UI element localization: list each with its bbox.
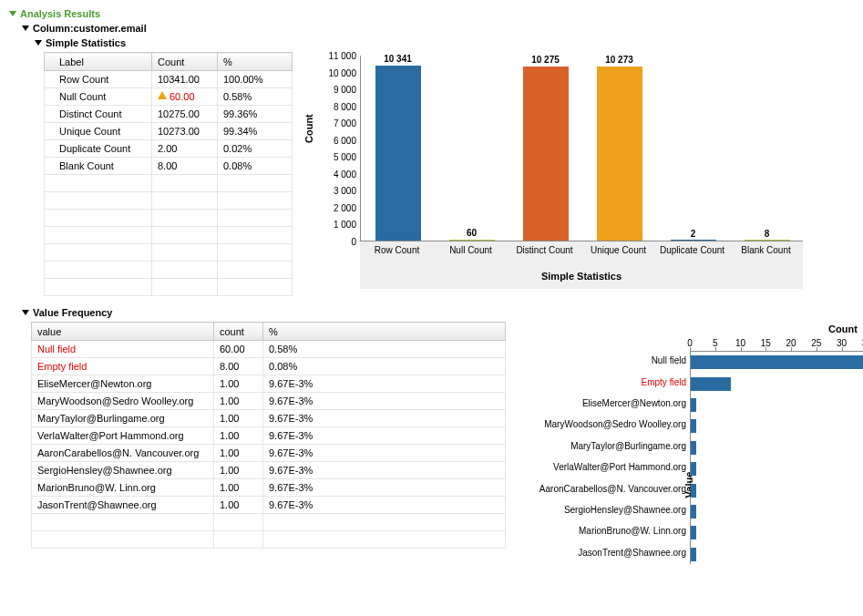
y-tick-label: 8 000 — [320, 101, 356, 111]
stat-pct: 0.58% — [218, 88, 293, 106]
chart-bar — [691, 398, 696, 412]
y-category-label: MaryWoodson@Sedro Woolley.org — [508, 419, 686, 430]
bar-value-label: 8 — [731, 229, 804, 239]
stat-label: Unique Count — [45, 123, 152, 140]
table-row[interactable]: EliseMercer@Newton.org1.009.67E-3% — [32, 375, 506, 393]
table-row[interactable]: Blank Count8.000.08% — [45, 158, 293, 175]
stat-count: 60.00 — [152, 88, 218, 106]
stat-label: Row Count — [45, 71, 152, 88]
stat-pct: 100.00% — [218, 71, 293, 88]
column-header[interactable]: count — [214, 323, 263, 341]
table-row[interactable]: Unique Count10273.0099.34% — [45, 123, 293, 140]
table-row[interactable]: MaryTaylor@Burlingame.org1.009.67E-3% — [32, 410, 506, 427]
freq-count: 1.00 — [214, 375, 263, 393]
bar-value-label: 10 273 — [583, 55, 656, 65]
section-simple-stats[interactable]: Simple Statistics — [35, 37, 854, 48]
chevron-down-icon — [22, 26, 29, 31]
freq-pct: 9.67E-3% — [263, 479, 506, 497]
freq-value: MarionBruno@W. Linn.org — [32, 479, 214, 497]
hchart-x-axis-title: Count — [690, 323, 863, 334]
analysis-results-title: Analysis Results — [20, 8, 100, 19]
chart-bar — [745, 240, 790, 241]
chevron-down-icon — [9, 11, 16, 16]
freq-value: Null field — [32, 341, 214, 358]
y-category-label: JasonTrent@Shawnee.org — [508, 548, 686, 559]
table-row — [45, 192, 293, 210]
table-row[interactable]: SergioHensley@Shawnee.org1.009.67E-3% — [32, 462, 506, 479]
stat-label: Duplicate Count — [45, 140, 152, 158]
stat-pct: 0.08% — [218, 158, 293, 175]
y-category-label: MarionBruno@W. Linn.org — [508, 526, 686, 537]
stat-count: 10275.00 — [152, 106, 218, 123]
freq-count: 1.00 — [214, 462, 263, 479]
stat-count: 8.00 — [152, 158, 218, 175]
y-category-label: Empty field — [508, 377, 686, 388]
chart-bar — [691, 419, 696, 433]
freq-count: 1.00 — [214, 497, 263, 514]
table-row[interactable]: JasonTrent@Shawnee.org1.009.67E-3% — [32, 497, 506, 514]
chart-x-axis-title: Simple Statistics — [360, 271, 803, 282]
table-row[interactable]: Row Count10341.00100.00% — [45, 71, 293, 88]
section-value-frequency[interactable]: Value Frequency — [22, 307, 854, 318]
table-row — [32, 531, 506, 549]
chart-bar — [691, 441, 696, 455]
y-tick-label: 0 — [320, 237, 356, 247]
table-row — [45, 279, 293, 296]
simple-stats-chart: Count 01 0002 0003 0004 0005 0006 0007 0… — [302, 52, 812, 289]
table-row[interactable]: MaryWoodson@Sedro Woolley.org1.009.67E-3… — [32, 393, 506, 410]
freq-count: 8.00 — [214, 358, 263, 375]
freq-pct: 0.08% — [263, 358, 506, 375]
stat-pct: 99.34% — [218, 123, 293, 140]
freq-pct: 9.67E-3% — [263, 462, 506, 479]
table-row — [45, 244, 293, 262]
column-header[interactable]: Count — [152, 53, 218, 71]
table-row[interactable]: Distinct Count10275.0099.36% — [45, 106, 293, 123]
freq-count: 1.00 — [214, 393, 263, 410]
chart-bar — [523, 67, 569, 241]
y-tick-label: 3 000 — [320, 186, 356, 196]
table-row[interactable]: Duplicate Count2.000.02% — [45, 140, 293, 158]
column-header[interactable]: % — [263, 323, 506, 341]
table-row[interactable]: Null Count60.000.58% — [45, 88, 293, 106]
stat-label: Distinct Count — [45, 106, 152, 123]
column-header[interactable]: % — [218, 53, 293, 71]
chart-bar — [691, 355, 863, 369]
freq-count: 1.00 — [214, 410, 263, 427]
table-row[interactable]: AaronCarabellos@N. Vancouver.org1.009.67… — [32, 445, 506, 462]
section-analysis-results[interactable]: Analysis Results — [9, 8, 854, 19]
column-header[interactable]: Label — [45, 53, 152, 71]
chart-bar — [691, 505, 696, 518]
freq-pct: 9.67E-3% — [263, 393, 506, 410]
table-row[interactable]: Empty field8.000.08% — [32, 358, 506, 375]
y-tick-label: 9 000 — [320, 85, 356, 95]
value-frequency-table: valuecount% Null field60.000.58%Empty fi… — [31, 322, 506, 549]
stat-count: 10273.00 — [152, 123, 218, 140]
y-tick-label: 10 000 — [320, 67, 356, 77]
chart-y-axis-label: Count — [303, 114, 314, 143]
stat-label: Null Count — [45, 88, 152, 106]
table-row[interactable]: VerlaWalter@Port Hammond.org1.009.67E-3% — [32, 427, 506, 445]
simple-stats-title: Simple Statistics — [46, 37, 126, 48]
y-category-label: VerlaWalter@Port Hammond.org — [508, 462, 686, 473]
freq-pct: 9.67E-3% — [263, 497, 506, 514]
y-tick-label: 5 000 — [320, 152, 356, 162]
chart-bar — [597, 67, 642, 241]
freq-value: MaryWoodson@Sedro Woolley.org — [32, 393, 214, 410]
freq-value: AaronCarabellos@N. Vancouver.org — [32, 445, 214, 462]
bar-value-label: 60 — [436, 228, 509, 238]
y-tick-label: 1 000 — [320, 220, 356, 230]
column-title: Column:customer.email — [33, 23, 147, 34]
x-category-label: Distinct Count — [509, 245, 580, 255]
y-category-label: MaryTaylor@Burlingame.org — [508, 441, 686, 452]
section-column[interactable]: Column:customer.email — [22, 23, 854, 34]
column-header[interactable]: value — [32, 323, 214, 341]
y-tick-label: 11 000 — [320, 51, 356, 61]
chart-bar — [691, 484, 696, 498]
chevron-down-icon — [22, 310, 29, 315]
table-row — [45, 227, 293, 244]
simple-stats-table: LabelCount% Row Count10341.00100.00%Null… — [44, 52, 293, 296]
table-row[interactable]: MarionBruno@W. Linn.org1.009.67E-3% — [32, 479, 506, 497]
chart-bar — [691, 548, 696, 561]
freq-count: 1.00 — [214, 479, 263, 497]
table-row[interactable]: Null field60.000.58% — [32, 341, 506, 358]
